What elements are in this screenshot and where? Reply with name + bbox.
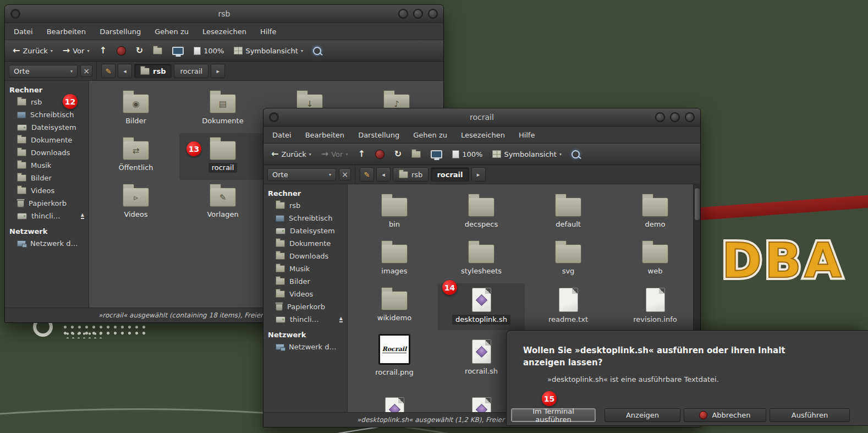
back-button[interactable]: ← Zurück ▾	[10, 45, 55, 57]
menu-hilfe[interactable]: Hilfe	[260, 28, 277, 36]
execute-button[interactable]: Ausführen	[770, 408, 850, 422]
file-bin[interactable]: bin	[351, 190, 438, 237]
reload-button[interactable]: ↻	[392, 148, 404, 160]
sidebar-item-thinclient[interactable]: thincli… ▲	[5, 210, 89, 222]
path-scroll-left-button[interactable]: ◂	[118, 64, 132, 78]
zoom-level[interactable]: 100%	[191, 45, 226, 57]
eject-icon[interactable]: ▲	[339, 316, 343, 322]
minimize-button[interactable]	[398, 9, 408, 19]
forward-button[interactable]: → Vor ▾	[319, 148, 350, 160]
run-in-terminal-button[interactable]: Im Terminal ausführen	[511, 408, 596, 422]
menu-gehen-zu[interactable]: Gehen zu	[155, 28, 189, 36]
file-wikidemo[interactable]: wikidemo	[351, 283, 438, 330]
up-button[interactable]: ↑	[97, 45, 108, 57]
computer-button[interactable]	[428, 149, 444, 160]
menu-darstellung[interactable]: Darstellung	[100, 28, 141, 36]
sidebar-item-dokumente[interactable]: Dokumente	[263, 237, 347, 250]
sidebar-item-netzwerk[interactable]: Netzwerk d…	[263, 341, 347, 353]
file-videos[interactable]: ▹ Videos	[92, 180, 179, 227]
sidebar-item-schreibtisch[interactable]: Schreibtisch	[263, 212, 347, 224]
display-button[interactable]: Anzeigen	[605, 408, 680, 422]
minimize-button[interactable]	[655, 112, 665, 122]
sidebar-item-papierkorb[interactable]: Papierkorb	[5, 197, 89, 210]
file-svg[interactable]: svg	[525, 237, 612, 283]
file-demo[interactable]: demo	[612, 190, 693, 237]
file-stylesheets[interactable]: stylesheets	[438, 237, 525, 283]
titlebar[interactable]: rsb	[5, 5, 443, 23]
breadcrumb-rsb[interactable]: rsb	[393, 167, 428, 182]
maximize-button[interactable]	[670, 112, 680, 122]
path-edit-button[interactable]: ✎	[101, 64, 116, 78]
file-web[interactable]: web	[612, 237, 693, 283]
sidebar-item-musik[interactable]: Musik	[5, 159, 89, 172]
file-readme-txt[interactable]: readme.txt	[525, 283, 612, 330]
sidebar-item-bilder[interactable]: Bilder	[5, 172, 89, 184]
menu-lesezeichen[interactable]: Lesezeichen	[202, 28, 246, 36]
sidebar-item-dateisystem[interactable]: Dateisystem	[263, 224, 347, 237]
home-button[interactable]	[409, 149, 423, 160]
view-mode-button[interactable]: Symbolansicht ▾	[232, 45, 305, 57]
file-vorlagen[interactable]: ✎ Vorlagen	[179, 180, 266, 227]
sidebar-item-netzwerk[interactable]: Netzwerk d…	[5, 237, 89, 250]
sidebar-close-button[interactable]: ×	[339, 168, 351, 180]
up-button[interactable]: ↑	[355, 148, 367, 160]
zoom-level[interactable]: 100%	[450, 149, 485, 160]
file-revision-info[interactable]: revision.info	[612, 283, 693, 330]
menu-hilfe[interactable]: Hilfe	[519, 131, 535, 139]
stop-button[interactable]	[373, 148, 387, 161]
file-oeffentlich[interactable]: ⇄ Öffentlich	[92, 133, 179, 180]
menu-lesezeichen[interactable]: Lesezeichen	[461, 131, 505, 139]
menu-bearbeiten[interactable]: Bearbeiten	[47, 28, 86, 36]
breadcrumb-rsb[interactable]: rsb	[134, 64, 172, 78]
sidebar-item-dateisystem[interactable]: Dateisystem	[5, 121, 89, 134]
sidebar-item-papierkorb[interactable]: Papierkorb	[263, 300, 347, 313]
places-combo[interactable]: Orte ▾	[9, 65, 78, 78]
cancel-button[interactable]: Abbrechen	[684, 408, 766, 422]
sidebar-item-rsb[interactable]: rsb	[263, 199, 347, 212]
home-button[interactable]	[151, 46, 164, 56]
menu-bearbeiten[interactable]: Bearbeiten	[305, 131, 344, 139]
sidebar-item-schreibtisch[interactable]: Schreibtisch	[5, 108, 89, 121]
view-mode-button[interactable]: Symbolansicht ▾	[490, 149, 564, 160]
sidebar-item-videos[interactable]: Videos	[5, 184, 89, 197]
places-combo[interactable]: Orte ▾	[267, 168, 336, 181]
path-edit-button[interactable]: ✎	[360, 167, 374, 182]
file-images[interactable]: images	[351, 237, 438, 283]
file-dokumente[interactable]: ▤ Dokumente	[179, 86, 266, 133]
sidebar-item-videos[interactable]: Videos	[263, 288, 347, 300]
path-scroll-right-button[interactable]: ▸	[471, 167, 486, 182]
file-bilder[interactable]: ◉ Bilder	[92, 86, 179, 133]
eject-icon[interactable]: ▲	[81, 213, 84, 219]
sidebar-item-downloads[interactable]: Downloads	[5, 146, 89, 159]
sidebar-item-downloads[interactable]: Downloads	[263, 250, 347, 262]
sidebar-item-thinclient[interactable]: thincli… ▲	[263, 313, 347, 326]
sidebar-item-dokumente[interactable]: Dokumente	[5, 134, 89, 146]
menu-datei[interactable]: Datei	[14, 28, 33, 36]
menu-datei[interactable]: Datei	[272, 131, 292, 139]
forward-button[interactable]: → Vor ▾	[61, 45, 92, 57]
breadcrumb-rocrail[interactable]: rocrail	[174, 64, 208, 78]
reload-button[interactable]: ↻	[134, 45, 145, 57]
back-button[interactable]: ← Zurück ▾	[269, 148, 314, 160]
file-decspecs[interactable]: decspecs	[438, 190, 525, 237]
close-button[interactable]	[685, 112, 695, 122]
computer-button[interactable]	[170, 45, 186, 57]
search-button[interactable]	[569, 149, 582, 160]
file-rocrail[interactable]: rocrail	[179, 133, 266, 180]
sidebar-close-button[interactable]: ×	[80, 65, 92, 77]
titlebar[interactable]: rocrail	[263, 108, 700, 127]
stop-button[interactable]	[114, 45, 128, 57]
window-menu-icon[interactable]	[269, 112, 279, 122]
close-button[interactable]	[428, 9, 438, 19]
path-scroll-right-button[interactable]: ▸	[211, 64, 225, 78]
file-sysupdate-sh[interactable]: sysupdate.sh	[351, 393, 438, 412]
menu-darstellung[interactable]: Darstellung	[358, 131, 399, 139]
sidebar-item-bilder[interactable]: Bilder	[263, 275, 347, 288]
file-rocrail-png[interactable]: Rocrail rocrail.png	[351, 330, 438, 388]
maximize-button[interactable]	[413, 9, 423, 19]
sidebar-item-musik[interactable]: Musik	[263, 262, 347, 275]
breadcrumb-rocrail[interactable]: rocrail	[431, 167, 469, 182]
search-button[interactable]	[311, 45, 323, 57]
window-menu-icon[interactable]	[10, 9, 20, 19]
path-scroll-left-button[interactable]: ◂	[376, 167, 391, 182]
